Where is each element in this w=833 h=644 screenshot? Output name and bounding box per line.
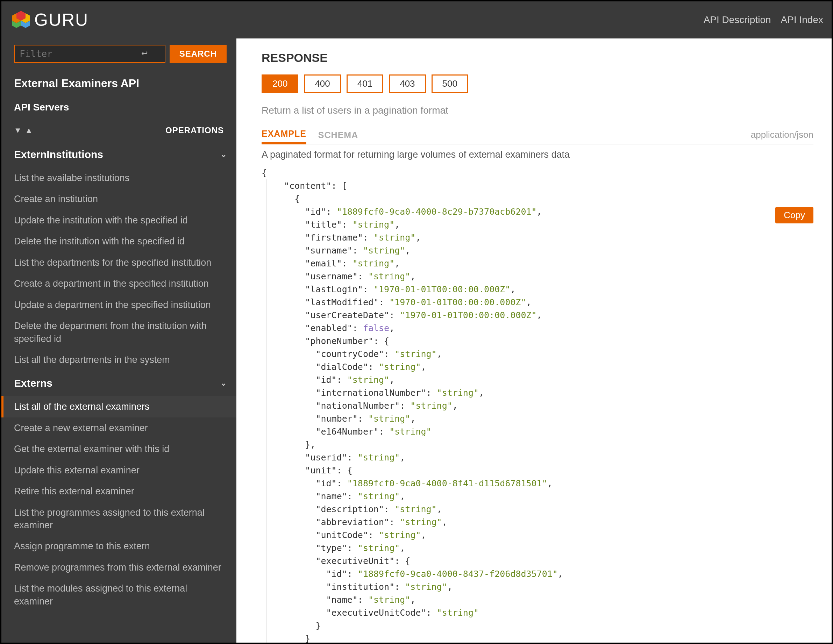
header-link-api-index[interactable]: API Index [781, 14, 823, 26]
nav-item[interactable]: List all the departments in the system [2, 349, 236, 370]
group-header-externs[interactable]: Externs ⌄ [2, 370, 236, 396]
group-name: Externs [14, 377, 53, 389]
arrow-up-icon[interactable]: ▲ [25, 126, 33, 135]
api-title: External Examiners API [2, 67, 236, 96]
nav-item[interactable]: List the modules assigned to this extern… [2, 578, 236, 612]
filter-input[interactable] [14, 45, 166, 63]
api-servers-title: API Servers [2, 96, 236, 119]
status-403[interactable]: 403 [389, 74, 426, 93]
search-button[interactable]: SEARCH [170, 45, 227, 63]
nav-item[interactable]: Update a department in the specified ins… [2, 294, 236, 315]
search-row: ↩ SEARCH [2, 39, 236, 67]
copy-button[interactable]: Copy [775, 207, 814, 223]
nav-item[interactable]: Delete the institution with the specifie… [2, 231, 236, 252]
status-200[interactable]: 200 [262, 74, 298, 93]
group-header-externinstitutions[interactable]: ExternInstitutions ⌄ [2, 141, 236, 167]
nav-item[interactable]: List the availabe institutions [2, 167, 236, 188]
operations-label: OPERATIONS [166, 125, 224, 135]
nav-item[interactable]: Retire this external examiner [2, 481, 236, 502]
nav-item[interactable]: Update this external examiner [2, 460, 236, 481]
status-500[interactable]: 500 [431, 74, 468, 93]
app-header: GURU API Description API Index [2, 2, 831, 39]
chevron-down-icon: ⌄ [220, 379, 227, 388]
main-content: RESPONSE 200 400 401 403 500 Return a li… [236, 39, 831, 642]
status-401[interactable]: 401 [347, 74, 383, 93]
nav-item[interactable]: Delete the department from the instituti… [2, 315, 236, 349]
tab-schema[interactable]: SCHEMA [318, 127, 358, 144]
nav-item[interactable]: List all of the external examiners [2, 396, 236, 417]
content-type: application/json [751, 129, 814, 144]
nav-item[interactable]: Update the institution with the specifie… [2, 210, 236, 231]
nav-item[interactable]: Create a department in the specified ins… [2, 273, 236, 294]
section-title: RESPONSE [262, 51, 814, 65]
status-code-row: 200 400 401 403 500 [262, 74, 814, 93]
logo: GURU [11, 10, 88, 30]
status-400[interactable]: 400 [304, 74, 341, 93]
nav-item[interactable]: Remove programmes from this external exa… [2, 557, 236, 578]
header-links: API Description API Index [704, 14, 823, 26]
nav-item[interactable]: Assign programme to this extern [2, 536, 236, 557]
nav-item[interactable]: Get the external examiner with this id [2, 438, 236, 459]
sort-arrows: ▼ ▲ [14, 126, 33, 135]
header-link-api-description[interactable]: API Description [704, 14, 771, 26]
nav-item[interactable]: List the programmes assigned to this ext… [2, 502, 236, 536]
sidebar: ↩ SEARCH External Examiners API API Serv… [2, 39, 236, 642]
chevron-down-icon: ⌄ [220, 150, 227, 159]
nav-item[interactable]: Create a new external examiner [2, 418, 236, 438]
tab-row: EXAMPLE SCHEMA application/json [262, 126, 814, 145]
tab-example[interactable]: EXAMPLE [262, 126, 306, 145]
logo-icon [11, 10, 31, 30]
group-name: ExternInstitutions [14, 149, 103, 161]
arrow-down-icon[interactable]: ▼ [14, 126, 22, 135]
logo-text: GURU [34, 10, 88, 30]
schema-description: A paginated format for returning large v… [262, 149, 814, 160]
nav-item[interactable]: List the departments for the specified i… [2, 252, 236, 273]
response-description: Return a list of users in a pagination f… [262, 105, 814, 116]
json-example: { "content": [ { "id": "1889fcf0-9ca0-40… [262, 166, 814, 642]
nav-item[interactable]: Create an institution [2, 188, 236, 209]
